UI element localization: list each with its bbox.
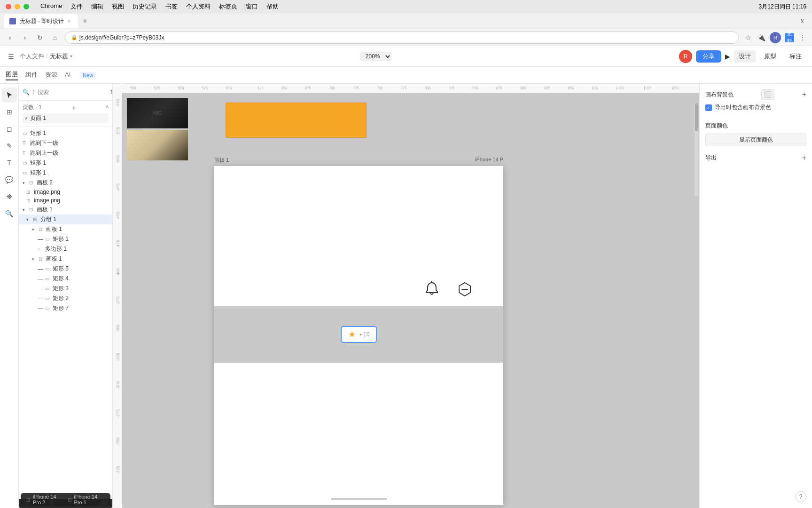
layer-rect3[interactable]: — ▭ 矩形 3 xyxy=(19,284,112,294)
zoom-selector[interactable]: 200% xyxy=(360,52,391,61)
layer-frame1b[interactable]: ▾ ⊡ 画板 1 xyxy=(19,254,112,264)
collapse-pages-button[interactable]: ^ xyxy=(106,104,109,111)
page-item-1[interactable]: ✓ 页面 1 xyxy=(23,113,109,123)
layer-rect5[interactable]: — ▭ 矩形 5 xyxy=(19,264,112,274)
breadcrumb-parent[interactable]: 个人文件 xyxy=(20,52,44,61)
search-tool[interactable]: 🔍 xyxy=(2,206,17,221)
layer-search-header: 🔍 ⊹ ⇅ xyxy=(19,84,112,101)
tab-prototype[interactable]: 原型 xyxy=(759,50,781,63)
share-button[interactable]: 分享 xyxy=(696,50,721,63)
orange-rectangle[interactable] xyxy=(226,103,367,138)
layer-rect4[interactable]: — ▭ 矩形 4 xyxy=(19,274,112,284)
layer-group1-selected[interactable]: ▾ ⊞ 分组 1 xyxy=(19,214,112,224)
tab-layers[interactable]: 图层 xyxy=(6,70,18,80)
tab-assets[interactable]: 资源 xyxy=(45,71,57,80)
filter-icon[interactable]: ⊹ xyxy=(31,89,36,95)
update-button[interactable]: 更新 xyxy=(785,33,794,42)
layer-text-jumpup[interactable]: T 跑到上一级 xyxy=(19,148,112,158)
hint-item-1: ⊡ iPhone 14 Pro 2 xyxy=(26,494,64,505)
text-tool[interactable]: T xyxy=(2,155,17,170)
v-scrollbar-thumb[interactable] xyxy=(695,103,698,131)
layer-rect1[interactable]: ▭ 矩形 1 xyxy=(19,128,112,138)
layer-image1[interactable]: ⊡ image.png xyxy=(19,188,112,196)
menu-history[interactable]: 历史记录 xyxy=(133,2,157,11)
refresh-button[interactable]: ↻ xyxy=(35,32,45,43)
add-canvas-bg[interactable]: + xyxy=(802,91,806,98)
layer-frame1-nested[interactable]: ▾ ⊡ 画板 1 xyxy=(19,224,112,234)
shape-tool[interactable]: ◻ xyxy=(2,121,17,136)
menu-tabs[interactable]: 标签页 xyxy=(219,2,237,11)
file-name[interactable]: 无标题 ▾ xyxy=(50,52,72,61)
expand-icon[interactable]: ▾ xyxy=(32,257,37,262)
expand-icon[interactable]: ▾ xyxy=(23,181,27,185)
expand-icon[interactable]: ▾ xyxy=(26,217,31,222)
home-button[interactable]: ⌂ xyxy=(50,32,60,43)
select-tool[interactable] xyxy=(2,87,17,103)
expand-icon[interactable]: ⊻ xyxy=(800,18,804,24)
layer-rect1c[interactable]: ▭ 矩形 1 xyxy=(19,168,112,178)
menu-window[interactable]: 窗口 xyxy=(246,2,258,11)
show-page-color-button[interactable]: 显示页面颜色 xyxy=(705,134,806,146)
component-tool[interactable]: ❋ xyxy=(2,189,17,204)
frame-tool[interactable]: ⊞ xyxy=(2,104,17,119)
layer-name: image.png xyxy=(34,197,60,204)
canvas-content[interactable]: IMG 画板 1 iPhone 14 P xyxy=(122,93,699,508)
add-page-button[interactable]: + xyxy=(72,104,76,111)
frame-icon: ⊡ xyxy=(29,180,35,185)
pen-tool[interactable]: ✎ xyxy=(2,138,17,153)
add-export[interactable]: + xyxy=(802,154,806,162)
menu-edit[interactable]: 编辑 xyxy=(91,2,103,11)
traffic-lights[interactable] xyxy=(6,4,29,9)
canvas-bg-color-picker[interactable] xyxy=(761,89,774,100)
layer-rect7[interactable]: — ▭ 矩形 7 xyxy=(19,303,112,313)
layer-list: ▭ 矩形 1 T 跑到下一级 T 跑到上一级 ▭ 矩形 1 xyxy=(19,127,112,499)
export-bg-checkbox[interactable]: ✓ xyxy=(705,104,712,111)
bookmark-star[interactable]: ☆ xyxy=(743,33,753,42)
tab-ai[interactable]: AI xyxy=(65,71,70,79)
new-tab-button[interactable]: + xyxy=(80,16,90,26)
profile-icon[interactable]: R xyxy=(770,32,781,43)
expand-icon[interactable]: ▾ xyxy=(32,227,37,232)
comment-tool[interactable]: 💬 xyxy=(2,172,17,187)
svg-text:-275: -275 xyxy=(116,409,120,418)
active-tab[interactable]: 无标题 · 即时设计 × xyxy=(4,14,78,28)
layer-rect1b[interactable]: ▭ 矩形 1 xyxy=(19,158,112,168)
layer-rect2[interactable]: — ▭ 矩形 2 xyxy=(19,294,112,303)
layer-frame1[interactable]: ▾ ⊡ 画板 1 xyxy=(19,205,112,214)
traffic-yellow[interactable] xyxy=(15,4,20,9)
dropdown-arrow-icon[interactable]: ▾ xyxy=(70,54,72,59)
layer-polygon[interactable]: ○ 多边形 1 xyxy=(19,244,112,254)
hexagon-icon-canvas[interactable] xyxy=(454,279,475,302)
layer-frame2[interactable]: ▾ ⊡ 画板 2 xyxy=(19,178,112,188)
expand-icon[interactable]: ▾ xyxy=(23,207,27,212)
canvas-area[interactable]: 500 525 550 575 600 625 650 675 700 725 … xyxy=(113,84,699,508)
back-button[interactable]: ‹ xyxy=(5,32,15,43)
layer-rect-nested[interactable]: — ▭ 矩形 1 xyxy=(19,234,112,244)
menu-app[interactable]: Chrome xyxy=(40,2,62,11)
tab-mark[interactable]: 标注 xyxy=(785,50,806,63)
tab-close-button[interactable]: × xyxy=(68,19,70,24)
layer-search-input[interactable] xyxy=(38,87,108,98)
help-button[interactable]: ? xyxy=(795,491,806,502)
artboard-1[interactable]: 画板 1 iPhone 14 P xyxy=(214,166,503,505)
star-component[interactable]: ★ + 10 xyxy=(341,326,377,343)
menu-help[interactable]: 帮助 xyxy=(266,2,279,11)
tab-design[interactable]: 设计 xyxy=(734,50,756,63)
menu-hamburger[interactable]: ☰ xyxy=(6,51,16,62)
tab-components[interactable]: 组件 xyxy=(25,71,38,80)
v-scrollbar-track[interactable] xyxy=(695,103,698,197)
play-button[interactable]: ▶ xyxy=(725,53,730,60)
menu-profile[interactable]: 个人资料 xyxy=(186,2,211,11)
forward-button[interactable]: › xyxy=(20,32,30,43)
extensions-icon[interactable]: 🔌 xyxy=(757,33,766,42)
menu-bookmarks[interactable]: 书签 xyxy=(165,2,178,11)
layer-image2[interactable]: ⊡ image.png xyxy=(19,196,112,205)
menu-view[interactable]: 视图 xyxy=(112,2,124,11)
traffic-green[interactable] xyxy=(23,4,29,9)
menu-file[interactable]: 文件 xyxy=(70,2,83,11)
url-bar[interactable]: 🔒 js.design/f/eGuibr?p=z7PeyB03Jx xyxy=(65,32,739,44)
layer-text-jumpdown[interactable]: T 跑到下一级 xyxy=(19,138,112,148)
traffic-red[interactable] xyxy=(6,4,11,9)
more-options[interactable]: ⋮ xyxy=(798,33,807,42)
bell-icon-canvas[interactable] xyxy=(422,279,442,302)
